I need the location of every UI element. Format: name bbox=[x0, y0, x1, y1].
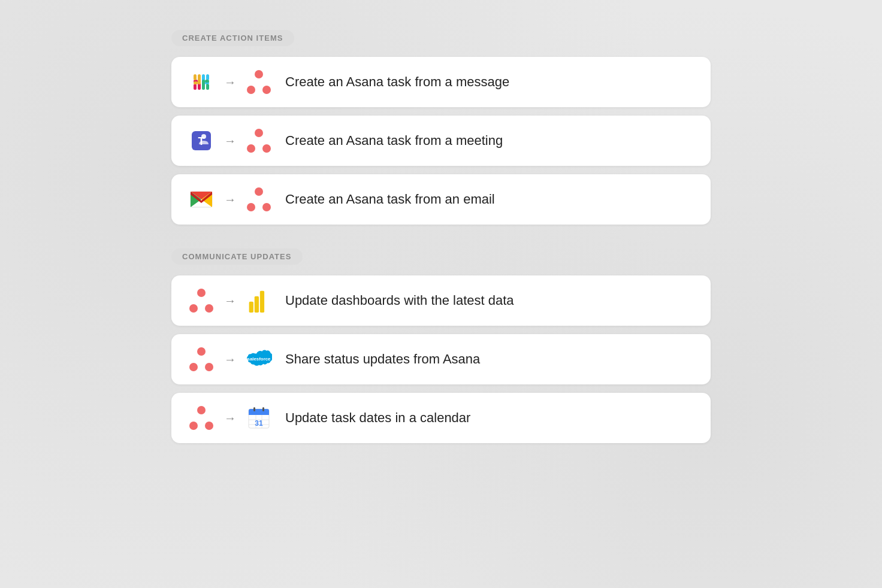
gmail-icon bbox=[188, 186, 215, 213]
section-communicate-updates: COMMUNICATE UPDATES → Update dashboards … bbox=[171, 248, 711, 443]
gcal-icon: 31 bbox=[246, 405, 272, 431]
card-teams-to-asana[interactable]: T → Create an Asana task from a meeting bbox=[171, 116, 711, 166]
card-label: Create an Asana task from a meeting bbox=[285, 133, 503, 148]
arrow-icon: → bbox=[224, 294, 236, 308]
asana-icon bbox=[246, 186, 272, 213]
asana-icon bbox=[188, 405, 215, 431]
teams-icon: T bbox=[188, 128, 215, 154]
svg-rect-21 bbox=[255, 296, 259, 313]
main-container: CREATE ACTION ITEMS → Create an Asana ta… bbox=[171, 30, 711, 467]
card-label: Create an Asana task from an email bbox=[285, 192, 495, 207]
card-gmail-to-asana[interactable]: → Create an Asana task from an email bbox=[171, 174, 711, 225]
section-label: CREATE ACTION ITEMS bbox=[171, 30, 294, 46]
arrow-icon: → bbox=[224, 411, 236, 425]
salesforce-icon: salesforce bbox=[246, 346, 272, 372]
card-asana-to-salesforce[interactable]: → salesforce Share status updates from A… bbox=[171, 334, 711, 384]
asana-icon bbox=[188, 346, 215, 372]
svg-rect-7 bbox=[202, 80, 205, 90]
section-label: COMMUNICATE UPDATES bbox=[171, 248, 303, 265]
card-slack-to-asana[interactable]: → Create an Asana task from a message bbox=[171, 57, 711, 107]
svg-rect-8 bbox=[205, 80, 209, 83]
svg-text:salesforce: salesforce bbox=[247, 356, 271, 362]
svg-rect-22 bbox=[260, 291, 264, 313]
asana-icon bbox=[246, 69, 272, 95]
slack-icon bbox=[188, 69, 215, 95]
asana-icon bbox=[188, 287, 215, 314]
arrow-icon: → bbox=[224, 353, 236, 366]
card-label: Update task dates in a calendar bbox=[285, 410, 470, 426]
svg-rect-20 bbox=[249, 302, 253, 313]
svg-rect-0 bbox=[194, 84, 197, 90]
card-label: Create an Asana task from a message bbox=[285, 74, 509, 90]
arrow-icon: → bbox=[224, 75, 236, 89]
card-label: Share status updates from Asana bbox=[285, 351, 480, 367]
svg-rect-9 bbox=[194, 74, 197, 80]
svg-rect-11 bbox=[194, 81, 198, 84]
asana-icon bbox=[246, 128, 272, 154]
svg-rect-26 bbox=[249, 414, 269, 415]
svg-rect-32 bbox=[253, 407, 255, 411]
svg-rect-10 bbox=[198, 74, 201, 84]
svg-point-14 bbox=[201, 134, 206, 139]
card-asana-to-gcal[interactable]: → 31 Update task dates in a calendar bbox=[171, 393, 711, 443]
svg-text:31: 31 bbox=[255, 419, 263, 428]
card-label: Update dashboards with the latest data bbox=[285, 293, 514, 308]
card-asana-to-powerbi[interactable]: → Update dashboards with the latest data bbox=[171, 275, 711, 326]
svg-rect-6 bbox=[206, 84, 209, 90]
section-create-action-items: CREATE ACTION ITEMS → Create an Asana ta… bbox=[171, 30, 711, 225]
powerbi-icon bbox=[246, 287, 272, 314]
svg-rect-33 bbox=[262, 407, 264, 411]
arrow-icon: → bbox=[224, 193, 236, 207]
svg-rect-3 bbox=[206, 74, 209, 80]
arrow-icon: → bbox=[224, 134, 236, 148]
